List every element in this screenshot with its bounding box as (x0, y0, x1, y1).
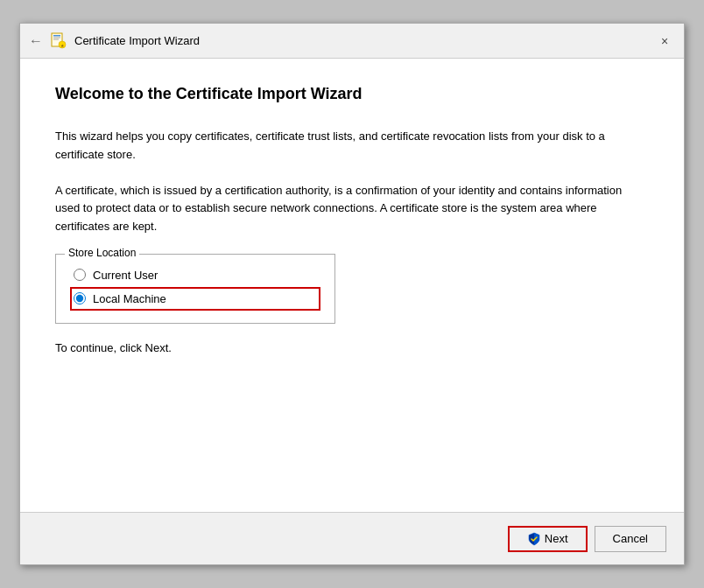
titlebar-left: ← ★ Certificate Import Wizard (29, 32, 200, 50)
local-machine-label: Local Machine (93, 292, 166, 305)
local-machine-radio[interactable] (74, 292, 86, 304)
main-content: Welcome to the Certificate Import Wizard… (20, 59, 684, 512)
svg-rect-1 (53, 35, 60, 37)
wizard-icon: ★ (50, 32, 67, 50)
current-user-label: Current User (93, 269, 158, 282)
store-location-legend: Store Location (65, 247, 139, 259)
store-location-group: Store Location Current User Local Machin… (55, 254, 335, 324)
radio-option-current-user[interactable]: Current User (70, 263, 320, 287)
shield-icon (527, 532, 541, 546)
cancel-button[interactable]: Cancel (595, 526, 666, 552)
dialog-window: ← ★ Certificate Import Wizard × Welcome … (19, 23, 685, 565)
titlebar: ← ★ Certificate Import Wizard × (20, 24, 684, 59)
svg-rect-2 (53, 37, 60, 38)
next-button[interactable]: Next (508, 526, 588, 552)
page-title: Welcome to the Certificate Import Wizard (55, 85, 649, 103)
description-paragraph-1: This wizard helps you copy certificates,… (55, 128, 649, 164)
continue-text: To continue, click Next. (55, 341, 649, 354)
current-user-radio[interactable] (74, 269, 86, 281)
next-label: Next (545, 532, 568, 545)
description-paragraph-2: A certificate, which is issued by a cert… (55, 182, 649, 236)
window-title: Certificate Import Wizard (74, 34, 200, 47)
close-button[interactable]: × (654, 31, 675, 52)
footer: Next Cancel (20, 512, 684, 564)
back-button[interactable]: ← (29, 33, 43, 49)
radio-option-local-machine[interactable]: Local Machine (70, 287, 320, 311)
svg-rect-3 (53, 38, 59, 39)
cancel-label: Cancel (613, 532, 648, 545)
